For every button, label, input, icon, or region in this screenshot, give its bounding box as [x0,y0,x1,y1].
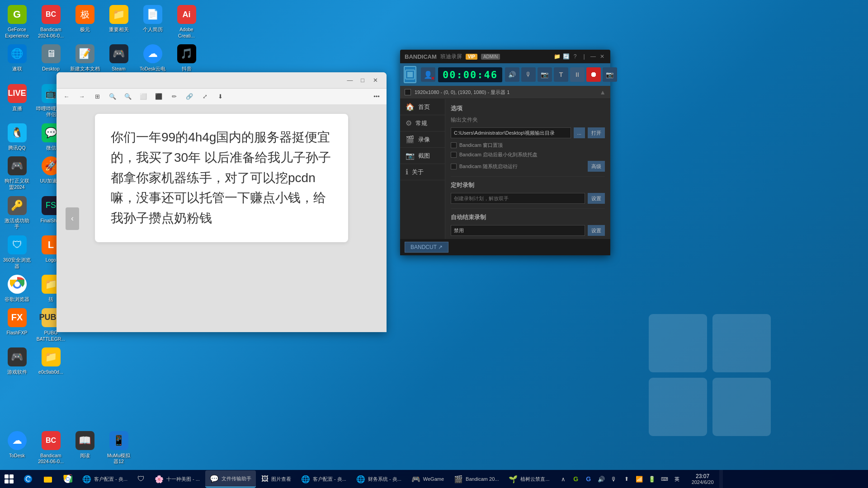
taskbar-app-shield[interactable]: 🛡 [133,470,149,488]
desktop-icon-game[interactable]: 🎮 游戏软件 [0,345,34,378]
bd-minimize-btn[interactable]: — [590,53,597,60]
taskbar-corner[interactable] [719,470,723,488]
taskbar-clock[interactable]: 23:07 2024/6/20 [686,470,719,488]
taskbar-app-meiwa[interactable]: 🌸 十一种美图 - ... [150,470,204,488]
bd-scheduled-set-btn[interactable]: 设置 [588,193,605,204]
prev-image-btn[interactable]: ‹ [66,207,79,230]
bd-help-icon[interactable]: ? [571,53,579,60]
tray-keyboard[interactable]: ⌨ [659,474,670,484]
bd-res-checkbox[interactable] [405,89,411,95]
desktop-icon-jizhu[interactable]: 🔑 激活成功助手 [0,193,34,233]
desktop-icon-folder1[interactable]: 📁 重要相关 [102,2,136,42]
desktop-icon-file10b[interactable]: 📁 e0c9ab0d... [34,345,68,378]
nav-back-btn[interactable]: ← [60,90,73,103]
taskbar-app-finance[interactable]: 🌐 财务系统 - 炎... [352,470,406,488]
bd-nav-home[interactable]: 🏠 首页 [400,99,445,115]
start-button[interactable] [0,470,18,488]
bd-file-icon[interactable]: 📁 [553,53,561,60]
desktop-icon-live[interactable]: LIVE 直播 [0,81,34,121]
bandicam-toolbar: 👤 ✕ 00:00:46 🔊 🎙 📷 T ⏸ ⏺ 📷 [400,63,610,86]
bandicam-path-input[interactable] [451,127,571,138]
bd-screenshot-btn[interactable]: 📷 [603,67,617,82]
view-grid-btn[interactable]: ⊞ [91,90,104,103]
bd-user-off-btn[interactable]: 👤 ✕ [421,67,435,82]
zoom-in-btn[interactable]: 🔍 [122,90,134,103]
bd-nav-about[interactable]: ℹ 关于 [400,164,445,180]
more-btn[interactable]: ••• [370,90,383,103]
bd-scheduled-input[interactable] [451,193,585,204]
desktop-icon-shuilian[interactable]: 🌐 遂联 [0,42,34,81]
tray-battery[interactable]: 🔋 [646,474,657,484]
desktop-icon-mumu[interactable]: 📱 MuMu模拟器12 [102,428,136,468]
bd-cb-minimize[interactable] [451,152,457,158]
taskbar-app-bandicam[interactable]: 🎬 Bandicam 20... [449,470,503,488]
desktop-icon-qq[interactable]: 🐧 腾讯QQ [0,121,34,154]
browser-maximize-btn[interactable]: □ [357,75,368,86]
bd-volume-btn[interactable]: 🔊 [505,67,519,82]
download-btn[interactable]: ⬇ [214,90,226,103]
bandicam-browse-btn[interactable]: ... [574,127,585,138]
desktop-icon-yuedu[interactable]: 📖 阅读 [68,428,102,468]
browser-close-btn[interactable]: ✕ [369,75,381,86]
bandicam-advanced-btn[interactable]: 高级 [588,161,605,172]
tray-wifi[interactable]: 📶 [634,474,645,484]
link-btn[interactable]: 🔗 [183,90,196,103]
content-card: 你们一年99的4h4g国内的服务器挺便宜的，我买了30年 以后准备给我儿子孙子都… [95,114,348,242]
bd-mic-btn[interactable]: 🎙 [521,67,536,82]
taskbar-explorer-pin[interactable] [38,470,58,488]
bd-nav-general[interactable]: ⚙ 常规 [400,115,445,131]
taskbar-edge-pin[interactable] [18,470,38,488]
desktop-icon-bandicam-b[interactable]: BC Bandicam2024-06-0... [34,428,68,468]
bandicam-open-btn[interactable]: 打开 [588,127,605,138]
browser-minimize-btn[interactable]: — [344,75,356,86]
tray-g1[interactable]: G [571,474,581,484]
bandicam-mode-btn[interactable] [404,66,416,83]
bd-nav-video[interactable]: 🎬 录像 [400,131,445,148]
desktop-icon-360[interactable]: 🛡 360安全浏览器 [0,233,34,272]
edit-btn[interactable]: ✏ [168,90,180,103]
taskbar-chrome-pin[interactable] [58,470,78,488]
bd-autostop-set-btn[interactable]: 设置 [588,225,605,236]
tray-chevron[interactable]: ∧ [558,474,569,484]
bandicam-bandicut-btn[interactable]: BANDCUT ↗ [405,242,448,253]
bd-nav-screenshot[interactable]: 📷 截图 [400,148,445,164]
desktop-icon-todesk-b[interactable]: ☁ ToDesk [0,428,34,468]
desktop-icon-jiyuan[interactable]: 极 极元 [68,2,102,42]
fullscreen-btn[interactable]: ⤢ [198,90,211,103]
desktop-icon-bandicam[interactable]: BC Bandicam2024-06-0... [34,2,68,42]
zoom-out-btn[interactable]: 🔍 [106,90,119,103]
fullfit-btn[interactable]: ⬛ [152,90,165,103]
tray-lang[interactable]: 英 [672,474,683,484]
taskbar-app-photo[interactable]: 🖼 图片查看 [257,470,296,488]
bd-pause-btn[interactable]: ⏸ [570,67,585,82]
taskbar-app-edge2[interactable]: 🌐 客户配置 - 炎... [297,470,351,488]
nav-forward-btn[interactable]: → [75,90,88,103]
bd-autostop-input[interactable] [451,225,585,236]
taskbar-app-edge1[interactable]: 🌐 客户配置 - 炎... [78,470,132,488]
svg-rect-15 [44,477,47,478]
bd-refresh-icon[interactable]: 🔄 [562,53,570,60]
bd-camera-btn[interactable]: 📷 [538,67,552,82]
tray-g2[interactable]: G [583,474,594,484]
desktop-icon-360-label: 360安全浏览器 [3,257,31,269]
taskbar-app-wegame[interactable]: 🎮 WeGame [407,470,448,488]
bd-close-btn[interactable]: ✕ [599,53,606,60]
desktop-icon-adobe[interactable]: Ai AdobeCreati... [170,2,203,42]
fit-btn[interactable]: ⬜ [137,90,150,103]
taskbar-app-wechat-label: 文件传输助手 [222,475,251,482]
desktop-icon-flashfxp[interactable]: FX FlashFXP [0,305,34,345]
bd-record-btn[interactable]: ⏺ [586,67,601,82]
taskbar-app-zishu[interactable]: 🌱 植树云禁直... [504,470,554,488]
bd-text-btn[interactable]: T [554,67,568,82]
bd-res-expand-btn[interactable]: ▲ [599,89,606,96]
bd-cb-autorun[interactable] [451,164,457,169]
desktop-icon-chrome[interactable]: 谷歌浏览器 [0,272,34,305]
tray-mic[interactable]: 🎙 [609,474,619,484]
desktop-icon-resume[interactable]: 📄 个人简历 [136,2,170,42]
tray-volume[interactable]: 🔊 [596,474,607,484]
desktop-icon-cheat[interactable]: 🎮 狗打正义联盟2024 [0,154,34,193]
bd-cb-top[interactable] [451,142,457,148]
tray-upload[interactable]: ⬆ [621,474,632,484]
taskbar-app-wechat[interactable]: 💬 文件传输助手 [205,470,256,488]
desktop-icon-geforce[interactable]: G GeForceExperience [0,2,34,42]
